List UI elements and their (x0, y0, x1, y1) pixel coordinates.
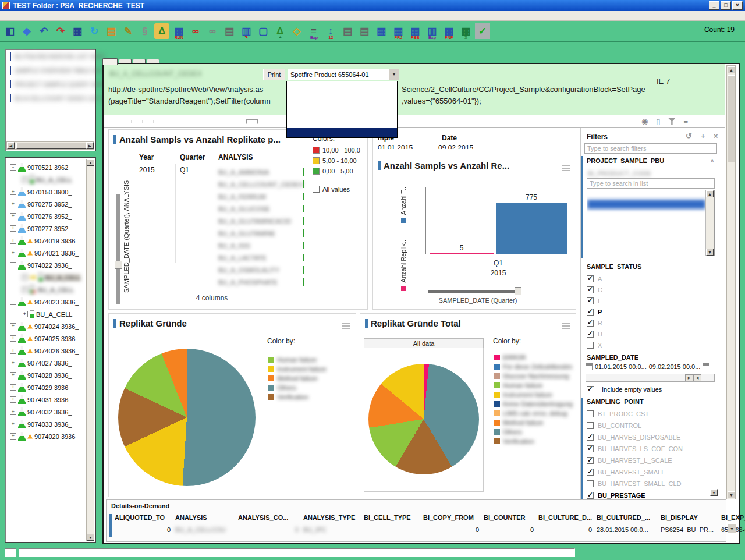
expand-toggle-icon[interactable]: + (10, 409, 16, 415)
tree-item[interactable]: + 9074032 3936_ (6, 406, 86, 418)
toolbar-icon[interactable]: ↻ (87, 23, 102, 39)
expand-toggle-icon[interactable]: - (10, 164, 16, 171)
scroll-down-icon[interactable]: ▼ (706, 249, 714, 256)
listbox-value[interactable] (587, 237, 705, 246)
listbox-scrollbar[interactable]: ▲ ▼ (705, 190, 714, 256)
expand-toggle-icon[interactable]: + (10, 348, 16, 354)
toolbar-icon[interactable]: ▦ PRJ (391, 23, 406, 39)
expand-toggle-icon[interactable]: + (10, 360, 16, 366)
details-column[interactable]: BI_COPY_FROM 0 (423, 514, 484, 535)
checkbox[interactable] (587, 410, 594, 417)
toolbar-icon[interactable]: ✎ (120, 23, 136, 39)
details-column-header[interactable]: BI_CULTURED_... (597, 514, 661, 524)
toolbar-icon[interactable]: ↶ (36, 23, 51, 39)
main-tab[interactable] (102, 58, 118, 65)
filter-group-title[interactable]: SAMPLING_POINT (587, 398, 644, 405)
chevron-down-icon[interactable]: ▼ (389, 69, 399, 80)
tree-item[interactable]: + 9074029 3936_ (6, 381, 86, 394)
toolbar-icon[interactable]: Δ (154, 23, 169, 39)
details-column-header[interactable]: BI_COUNTER (484, 514, 538, 524)
scroll-right-icon[interactable]: ▶ (86, 142, 94, 149)
bar-legend-item[interactable]: Anzahl Replik... (400, 238, 407, 290)
all-values-checkbox[interactable] (313, 186, 320, 193)
pin-icon[interactable]: + (701, 132, 705, 140)
toolbar-icon[interactable]: ▦ PBB (407, 23, 423, 39)
pie-legend-item[interactable]: Human failure (268, 356, 327, 364)
color-bin[interactable]: 10,00 - 100,0 (313, 145, 366, 155)
expand-toggle-icon[interactable]: + (10, 372, 16, 378)
dropdown-option[interactable] (287, 100, 397, 109)
menu-item[interactable] (27, 15, 35, 16)
pie-legend-item[interactable]: ERROR (494, 353, 573, 361)
viz-menu-icon[interactable] (342, 323, 350, 329)
worksheet-list-item[interactable]: PROJECT SAMPLE QUERY VIEW (5, 77, 95, 91)
filter-group-title[interactable]: PROJECT_SAMPLE_PBU (587, 157, 664, 164)
pie-legend-item[interactable]: Glucose Nachmessung (494, 372, 573, 380)
vertical-scrollbar[interactable]: ▲ ▼ (86, 159, 94, 541)
details-column-header[interactable]: BI_COPY_FROM (423, 514, 484, 524)
expand-toggle-icon[interactable]: + (10, 433, 16, 440)
details-column[interactable]: ANALYSIS_TYPE BU_IPC (303, 514, 364, 535)
toolbar-icon[interactable]: ∞ (188, 23, 203, 39)
checkbox[interactable] (587, 309, 594, 316)
toolbar-icon[interactable]: ▤ (104, 23, 119, 39)
vertical-range-slider-handle[interactable] (115, 261, 122, 269)
tree-item[interactable]: + 9070150 3900_ (6, 186, 86, 198)
expand-toggle-icon[interactable]: + (22, 286, 28, 293)
restore-button[interactable]: □ (721, 1, 731, 10)
analysis-row[interactable]: BU_A_LACTATE (218, 251, 304, 264)
toolbar-icon[interactable]: ↕ 12 (323, 23, 338, 39)
sampling-point-checkbox-row[interactable]: BU_CONTROL (587, 420, 641, 431)
toolbar-icon[interactable]: ▤ (340, 23, 355, 39)
filter-search-input[interactable] (584, 143, 717, 154)
expand-toggle-icon[interactable]: + (10, 225, 16, 232)
tree-item[interactable]: + 9074024 3936_ (6, 320, 86, 332)
spotfire-page-tab[interactable] (154, 120, 235, 123)
column-header-year[interactable]: Year (139, 153, 154, 161)
checkbox[interactable] (587, 434, 594, 441)
checkbox[interactable] (587, 275, 594, 282)
menu-item[interactable] (19, 15, 27, 16)
checkbox[interactable] (587, 492, 594, 499)
dropdown-option[interactable] (287, 109, 397, 119)
analysis-row[interactable]: BU_A_PHOSPHATE (218, 276, 304, 288)
tree-item[interactable]: + 9074025 3936_ (6, 332, 86, 345)
page-scrollbar[interactable]: ▲ ▼ (726, 65, 736, 499)
all-values-row[interactable]: All values (313, 184, 366, 194)
pie1-circle[interactable] (118, 349, 256, 486)
details-column[interactable]: ANALYSIS_CO... 0 (238, 514, 303, 535)
expand-toggle-icon[interactable]: + (10, 421, 16, 427)
expand-toggle-icon[interactable]: + (10, 335, 16, 342)
listbox-value[interactable] (587, 190, 705, 200)
details-on-demand-icon[interactable]: ≡ (683, 117, 688, 126)
menu-item[interactable] (35, 15, 43, 16)
tree-item[interactable]: + 9074019 3936_ (6, 235, 86, 247)
viz-menu-icon[interactable] (562, 323, 570, 329)
toolbar-icon[interactable]: ▦ X (458, 23, 473, 39)
toolbar-icon[interactable]: ▤ (222, 23, 237, 39)
x-axis-label[interactable]: SAMPLED_DATE (Quarter) (414, 297, 542, 304)
tree-item[interactable]: + 9074021 3936_ (6, 247, 86, 259)
print-button[interactable]: Print (263, 69, 285, 80)
expand-toggle-icon[interactable]: + (22, 176, 28, 183)
pie-legend-item[interactable]: Method failure (494, 419, 573, 427)
sampling-point-checkbox-row[interactable]: BU_HARVES_LS_COF_CON (587, 444, 683, 454)
viz-menu-icon[interactable] (562, 165, 570, 171)
scrollbar-thumb[interactable] (16, 143, 86, 149)
pie-legend-item[interactable]: Instrument failure (494, 391, 573, 399)
toolbar-icon[interactable]: ▦ PNP (441, 23, 456, 39)
worksheet-list-item[interactable]: SAMPLE OVERVIEW TABLE SET (5, 63, 95, 77)
menu-item[interactable] (43, 15, 51, 16)
status-checkbox-row[interactable]: X (587, 340, 602, 350)
details-column[interactable]: BI_CELL_TYPE (364, 514, 423, 535)
filters-scroll-down-icon[interactable]: ▼ (710, 489, 718, 496)
checkbox[interactable] (587, 342, 594, 349)
details-column-header[interactable]: ANALYSIS (175, 514, 238, 524)
vertical-range-slider[interactable] (116, 194, 120, 304)
tree-item[interactable]: + BU_A_CELL (6, 271, 86, 283)
range-left-icon[interactable]: ◀ (693, 374, 701, 381)
scroll-down-icon[interactable]: ▼ (87, 534, 94, 541)
pie-legend-item[interactable]: Instrument failure (268, 365, 327, 373)
status-checkbox-row[interactable]: C (587, 285, 602, 295)
bar[interactable]: 5 (430, 253, 494, 254)
